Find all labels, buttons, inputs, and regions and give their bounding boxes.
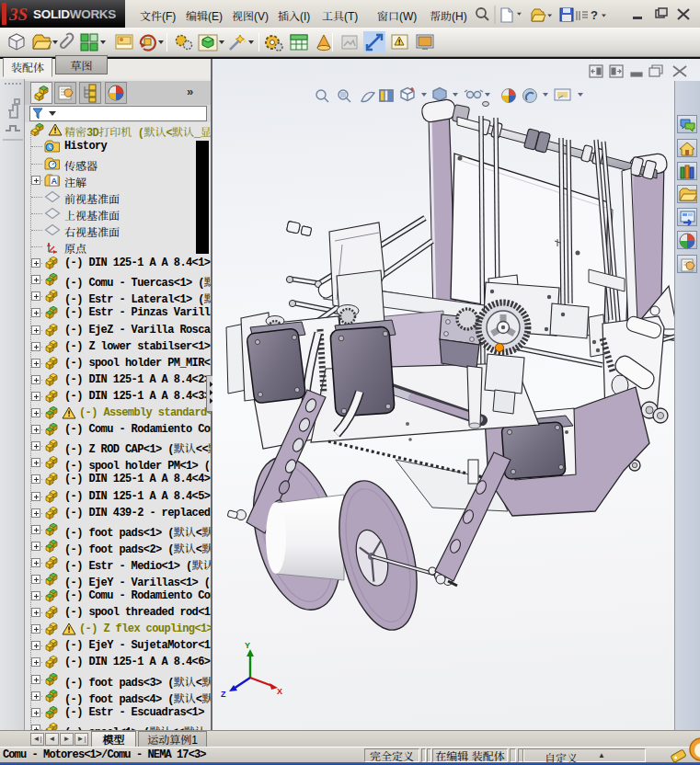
svg-text:Z: Z: [221, 690, 226, 699]
svg-text:Y: Y: [245, 641, 250, 650]
svg-text:SOLIDWORKS: SOLIDWORKS: [33, 7, 116, 21]
svg-text:3S: 3S: [8, 5, 28, 24]
svg-text:?: ?: [591, 8, 598, 22]
svg-text:X: X: [277, 687, 282, 696]
